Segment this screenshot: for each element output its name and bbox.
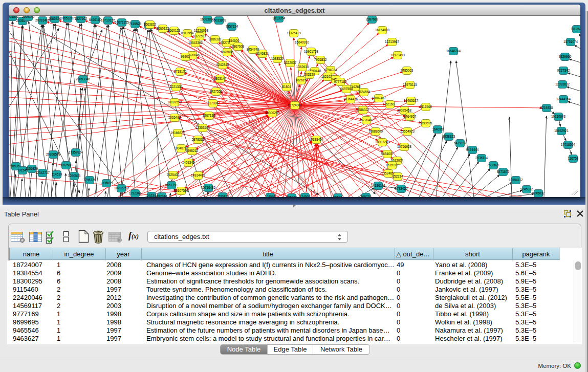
svg-text:7663822: 7663822: [144, 23, 157, 26]
svg-text:10653267: 10653267: [60, 16, 75, 20]
svg-text:10756928: 10756928: [397, 145, 412, 148]
svg-text:9327503: 9327503: [193, 34, 206, 38]
svg-text:14136141: 14136141: [371, 184, 386, 187]
svg-text:17016504: 17016504: [561, 143, 576, 146]
svg-text:7632621: 7632621: [487, 163, 500, 167]
svg-text:8427552: 8427552: [210, 90, 223, 93]
svg-text:114519: 114519: [52, 172, 62, 176]
svg-text:9097588: 9097588: [60, 163, 73, 167]
svg-text:19300293: 19300293: [265, 111, 280, 115]
svg-text:9777169: 9777169: [334, 80, 347, 83]
svg-text:15751074: 15751074: [563, 40, 578, 43]
svg-text:116753: 116753: [568, 157, 579, 160]
svg-text:9498212: 9498212: [186, 149, 199, 152]
svg-text:2803144: 2803144: [214, 77, 227, 80]
svg-text:104503: 104503: [265, 195, 276, 197]
svg-text:9115460: 9115460: [420, 105, 432, 108]
svg-text:7986322: 7986322: [357, 108, 369, 112]
svg-text:8912954: 8912954: [181, 31, 194, 35]
svg-text:8219358: 8219358: [540, 106, 553, 110]
svg-text:1292344: 1292344: [129, 191, 142, 195]
svg-text:10807487: 10807487: [372, 96, 386, 100]
svg-text:1250515: 1250515: [68, 174, 81, 178]
svg-text:9146821: 9146821: [256, 52, 269, 55]
svg-text:9657791: 9657791: [165, 183, 178, 187]
svg-text:16033809: 16033809: [212, 18, 227, 22]
svg-text:965779: 965779: [360, 195, 372, 197]
svg-text:10782759: 10782759: [114, 186, 129, 190]
svg-text:20053346: 20053346: [76, 77, 91, 81]
svg-text:20364436: 20364436: [343, 97, 358, 101]
svg-text:124503: 124503: [299, 195, 311, 197]
svg-text:16154808: 16154808: [375, 28, 390, 32]
svg-text:9474444: 9474444: [466, 148, 479, 151]
svg-text:1065326: 1065326: [49, 17, 61, 20]
svg-text:12093832: 12093832: [555, 82, 570, 86]
svg-text:9245032: 9245032: [520, 187, 533, 191]
svg-text:12444154: 12444154: [556, 97, 571, 101]
svg-text:13975115: 13975115: [403, 83, 417, 86]
svg-text:192344: 192344: [156, 194, 167, 197]
svg-text:12213967: 12213967: [385, 40, 400, 43]
svg-text:5875685: 5875685: [221, 50, 234, 54]
svg-text:16961758: 16961758: [304, 50, 319, 53]
svg-text:10210643: 10210643: [551, 115, 566, 118]
svg-text:8660123: 8660123: [168, 29, 181, 32]
svg-text:10107553: 10107553: [167, 100, 182, 104]
svg-text:1156829: 1156829: [26, 167, 38, 170]
svg-text:16640910: 16640910: [295, 40, 310, 44]
svg-text:2387682: 2387682: [366, 17, 379, 21]
svg-text:8454749: 8454749: [247, 48, 259, 51]
svg-text:19463627: 19463627: [404, 99, 419, 102]
svg-text:154600: 154600: [228, 39, 239, 42]
svg-text:2718170: 2718170: [174, 70, 187, 73]
svg-text:10688609: 10688609: [368, 129, 383, 133]
svg-text:5322037: 5322037: [284, 61, 297, 64]
svg-text:965779: 965779: [286, 195, 297, 197]
svg-text:7625402: 7625402: [167, 173, 180, 177]
svg-text:10107553: 10107553: [174, 189, 189, 192]
svg-text:1095819: 1095819: [100, 181, 113, 185]
svg-text:1733426: 1733426: [395, 187, 408, 190]
svg-text:8471675: 8471675: [497, 170, 510, 173]
svg-text:96577: 96577: [333, 195, 342, 197]
svg-text:7515525: 7515525: [129, 22, 142, 26]
svg-text:9684007: 9684007: [381, 152, 394, 156]
svg-text:2935114: 2935114: [475, 156, 488, 160]
svg-text:7485063: 7485063: [401, 69, 413, 72]
svg-text:152214: 152214: [392, 174, 403, 178]
svg-text:9227342: 9227342: [557, 69, 570, 72]
svg-text:203329: 203329: [304, 73, 315, 76]
svg-text:8186328: 8186328: [209, 37, 222, 41]
svg-text:6466160: 6466160: [89, 18, 102, 21]
svg-text:1615112: 1615112: [386, 163, 399, 167]
svg-text:62160: 62160: [385, 102, 395, 106]
svg-text:17359924: 17359924: [69, 150, 83, 154]
svg-text:2009140: 2009140: [22, 16, 35, 18]
svg-text:10719155: 10719155: [101, 18, 116, 22]
svg-text:1065498: 1065498: [168, 116, 181, 119]
svg-text:99901: 99901: [181, 55, 190, 58]
svg-text:917006: 917006: [207, 101, 219, 105]
svg-text:1327602: 1327602: [75, 17, 88, 20]
svg-text:15692921: 15692921: [554, 129, 569, 133]
svg-text:6497568: 6497568: [340, 87, 353, 91]
svg-text:16648784: 16648784: [446, 49, 461, 53]
svg-text:3624554: 3624554: [358, 90, 371, 94]
svg-text:3267130: 3267130: [203, 114, 215, 117]
svg-text:10025458: 10025458: [397, 108, 412, 112]
svg-text:20091406: 20091406: [35, 18, 50, 22]
svg-text:164095: 164095: [432, 127, 443, 131]
svg-text:1795725: 1795725: [83, 178, 96, 182]
svg-text:20206578: 20206578: [46, 152, 61, 156]
svg-text:19166827: 19166827: [170, 131, 185, 135]
svg-text:6699695: 6699695: [420, 121, 432, 125]
svg-text:15720407: 15720407: [359, 118, 374, 122]
svg-text:7955812: 7955812: [314, 58, 327, 61]
svg-text:18807249: 18807249: [375, 140, 390, 144]
svg-text:6479197: 6479197: [454, 141, 467, 145]
svg-text:2867608: 2867608: [232, 45, 245, 48]
svg-text:1112549: 1112549: [571, 27, 580, 31]
svg-text:1464957: 1464957: [404, 115, 417, 118]
svg-text:1221336: 1221336: [170, 85, 183, 89]
